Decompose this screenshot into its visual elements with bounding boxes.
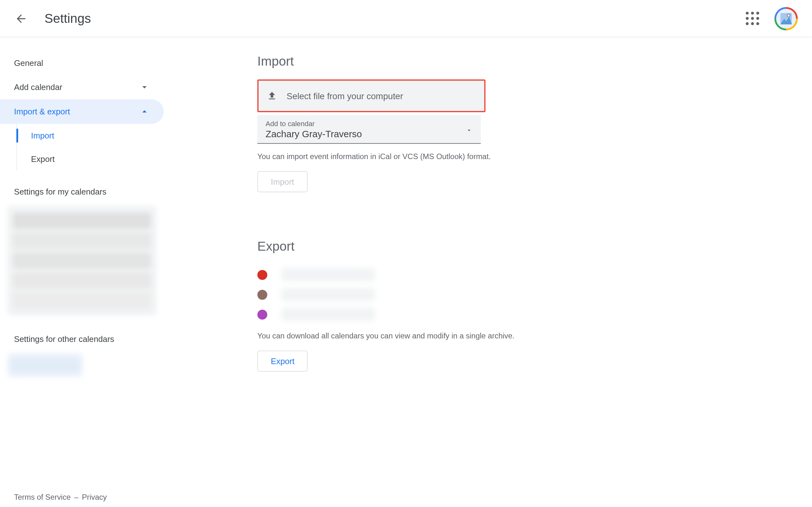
export-helper-text: You can download all calendars you can v…: [257, 331, 725, 340]
settings-content: Import Select file from your computer Ad…: [164, 38, 749, 487]
sidebar-sublabel-export: Export: [31, 154, 55, 164]
export-button-label: Export: [271, 356, 295, 366]
import-section: Import Select file from your computer Ad…: [257, 54, 725, 192]
export-calendar-list: [257, 265, 725, 324]
add-to-calendar-dropdown[interactable]: Add to calendar Zachary Gray-Traverso: [257, 115, 480, 144]
sidebar-item-import-export[interactable]: Import & export: [0, 99, 164, 124]
footer: Terms of Service – Privacy: [0, 487, 121, 507]
calendar-name-redacted: [281, 268, 375, 281]
sidebar-heading-other-calendars: Settings for other calendars: [0, 318, 164, 350]
import-section-title: Import: [257, 54, 725, 69]
my-calendars-list-redacted: [7, 206, 157, 316]
other-calendars-list-redacted: [7, 353, 83, 377]
upload-icon: [267, 91, 277, 101]
calendar-name-redacted: [281, 308, 375, 321]
arrow-left-icon: [14, 12, 28, 25]
account-avatar[interactable]: [774, 7, 798, 30]
sidebar-label-add-calendar: Add calendar: [14, 82, 62, 92]
calendar-color-dot: [257, 290, 267, 299]
chevron-down-icon: [139, 82, 150, 92]
export-button[interactable]: Export: [257, 350, 308, 372]
export-calendar-row: [257, 285, 725, 304]
footer-separator: –: [74, 493, 78, 501]
sidebar-label-import-export: Import & export: [14, 107, 70, 116]
google-apps-button[interactable]: [741, 7, 764, 30]
export-section: Export You can download all ca: [257, 239, 725, 372]
sidebar-subitem-import[interactable]: Import: [17, 124, 164, 147]
sidebar-sublabel-import: Import: [31, 131, 54, 140]
import-button-label: Import: [271, 177, 294, 187]
dropdown-selected-value: Zachary Gray-Traverso: [265, 129, 473, 140]
export-section-title: Export: [257, 239, 725, 254]
svg-point-2: [787, 14, 790, 17]
settings-header: Settings: [0, 0, 812, 38]
import-button[interactable]: Import: [257, 171, 307, 192]
apps-grid-icon: [745, 12, 759, 25]
sidebar-item-add-calendar[interactable]: Add calendar: [0, 75, 164, 99]
export-calendar-row: [257, 304, 725, 325]
import-helper-text: You can import event information in iCal…: [257, 152, 725, 161]
avatar-image-icon: [778, 11, 794, 26]
sidebar-heading-my-calendars: Settings for my calendars: [0, 170, 164, 203]
calendar-name-redacted: [281, 288, 375, 301]
export-calendar-row: [257, 265, 725, 285]
chevron-up-icon: [139, 107, 150, 117]
select-file-label: Select file from your computer: [287, 91, 403, 101]
caret-down-icon: [466, 127, 473, 134]
sidebar-item-general[interactable]: General: [0, 51, 164, 75]
sidebar-label-general: General: [14, 58, 43, 68]
page-title: Settings: [44, 11, 91, 26]
calendar-color-dot: [257, 270, 267, 279]
privacy-link[interactable]: Privacy: [82, 493, 107, 501]
dropdown-label: Add to calendar: [265, 120, 473, 128]
settings-sidebar: General Add calendar Import & export Imp…: [0, 38, 164, 487]
calendar-color-dot: [257, 309, 267, 319]
sidebar-subitem-export[interactable]: Export: [17, 147, 164, 171]
back-button[interactable]: [9, 7, 33, 30]
terms-link[interactable]: Terms of Service: [14, 493, 71, 501]
import-export-sublist: Import Export: [16, 124, 164, 171]
select-file-button[interactable]: Select file from your computer: [257, 79, 485, 112]
